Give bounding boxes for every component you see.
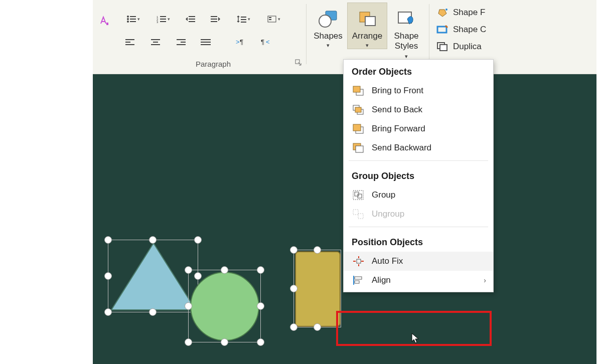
paragraph-group: 123 [120, 5, 306, 70]
svg-rect-6 [130, 21, 136, 22]
align-left-button[interactable] [120, 34, 140, 50]
svg-rect-34 [201, 39, 211, 40]
bring-to-front-item[interactable]: Bring to Front [344, 81, 493, 100]
svg-rect-0 [106, 23, 108, 25]
send-to-back-icon [352, 104, 365, 115]
svg-rect-66 [353, 210, 358, 215]
svg-rect-68 [357, 259, 361, 263]
chevron-down-icon: ▾ [348, 42, 387, 49]
svg-rect-20 [241, 19, 246, 20]
svg-rect-2 [130, 16, 136, 17]
svg-text:<: < [266, 38, 270, 46]
group-item[interactable]: Group [344, 186, 493, 205]
ltr-button[interactable]: >¶ [232, 34, 252, 50]
app-frame: 123 [93, 0, 596, 364]
svg-rect-48 [437, 27, 446, 33]
shapes-button[interactable]: Shapes ▾ [309, 3, 348, 49]
resize-handle[interactable] [185, 302, 192, 310]
mouse-cursor [411, 333, 420, 345]
svg-rect-14 [189, 19, 195, 20]
svg-rect-58 [355, 107, 361, 112]
resize-handle[interactable] [194, 236, 202, 244]
auto-fix-item[interactable]: Auto Fix [344, 252, 493, 271]
svg-point-1 [127, 16, 129, 18]
shape-outline-icon [436, 24, 449, 35]
bring-forward-item[interactable]: Bring Forward [344, 119, 493, 138]
resize-handle[interactable] [257, 266, 264, 274]
resize-handle[interactable] [290, 246, 297, 254]
svg-rect-62 [356, 146, 363, 152]
auto-fix-icon [352, 256, 365, 267]
align-center-button[interactable] [145, 34, 166, 50]
menu-section-header: Position Objects [344, 230, 493, 252]
resize-handle[interactable] [149, 236, 157, 244]
paragraph-group-label: Paragraph [120, 60, 306, 68]
numbering-button[interactable]: 123 [150, 11, 176, 27]
svg-rect-28 [151, 39, 160, 40]
resize-handle[interactable] [104, 236, 112, 244]
svg-rect-21 [241, 22, 246, 23]
duplicate-button[interactable]: Duplica [436, 38, 486, 55]
svg-text:¶: ¶ [261, 38, 264, 46]
shape-styles-button[interactable]: Shape Styles ▾ [387, 3, 426, 60]
rectangle-shape[interactable] [293, 250, 341, 327]
svg-rect-55 [353, 86, 360, 92]
arrange-menu: Order Objects Bring to Front Send to Bac… [343, 59, 494, 292]
triangle-shape[interactable] [108, 240, 198, 312]
svg-rect-8 [160, 16, 166, 17]
align-icon [352, 275, 365, 286]
shape-outline-button[interactable]: Shape C [436, 21, 486, 38]
arrange-icon [348, 6, 387, 31]
send-backward-item[interactable]: Send Backward [344, 138, 493, 157]
resize-handle[interactable] [185, 266, 192, 274]
menu-separator [349, 227, 488, 227]
shape-fill-icon [436, 7, 449, 18]
chevron-down-icon: ▾ [309, 42, 348, 49]
group-separator [306, 4, 307, 64]
resize-handle[interactable] [257, 302, 264, 310]
font-color-icon[interactable] [98, 15, 110, 27]
resize-handle[interactable] [104, 272, 112, 280]
text-direction-button[interactable] [261, 11, 286, 27]
shapes-icon [309, 6, 348, 31]
svg-rect-74 [355, 277, 362, 279]
shape-fill-button[interactable]: Shape F [436, 4, 486, 21]
resize-handle[interactable] [314, 323, 321, 331]
circle-shape[interactable] [188, 270, 261, 342]
resize-handle[interactable] [221, 266, 228, 274]
line-spacing-button[interactable] [231, 11, 256, 27]
resize-handle[interactable] [257, 338, 264, 346]
svg-rect-4 [130, 19, 136, 20]
svg-rect-15 [189, 21, 195, 22]
svg-marker-51 [111, 243, 196, 310]
shape-format-group: Shape F Shape C Duplica [436, 4, 486, 55]
paragraph-dialog-launcher[interactable] [295, 59, 303, 67]
align-right-button[interactable] [171, 34, 191, 50]
resize-handle[interactable] [104, 308, 112, 316]
resize-handle[interactable] [290, 323, 297, 331]
svg-rect-32 [181, 42, 186, 43]
svg-point-43 [319, 15, 331, 27]
decrease-indent-button[interactable] [181, 11, 201, 27]
drawing-group: Shapes ▾ Arrange ▾ [309, 3, 426, 60]
resize-handle[interactable] [185, 338, 192, 346]
bullets-button[interactable] [120, 11, 145, 27]
rtl-button[interactable]: ¶< [257, 34, 277, 50]
send-to-back-item[interactable]: Send to Back [344, 100, 493, 119]
arrange-button[interactable]: Arrange ▾ [348, 3, 387, 49]
svg-rect-60 [353, 124, 361, 131]
svg-rect-17 [211, 19, 217, 20]
justify-button[interactable] [196, 34, 216, 50]
resize-handle[interactable] [149, 308, 157, 316]
increase-indent-button[interactable] [206, 11, 226, 27]
resize-handle[interactable] [290, 285, 297, 292]
menu-section-header: Order Objects [344, 60, 493, 81]
svg-rect-25 [125, 39, 134, 40]
resize-handle[interactable] [221, 338, 228, 346]
resize-handle[interactable] [314, 246, 321, 254]
align-item[interactable]: Align › [344, 271, 493, 290]
group-separator [429, 4, 429, 64]
svg-rect-35 [201, 42, 211, 43]
svg-rect-23 [269, 17, 271, 18]
shape-styles-icon [387, 6, 426, 31]
